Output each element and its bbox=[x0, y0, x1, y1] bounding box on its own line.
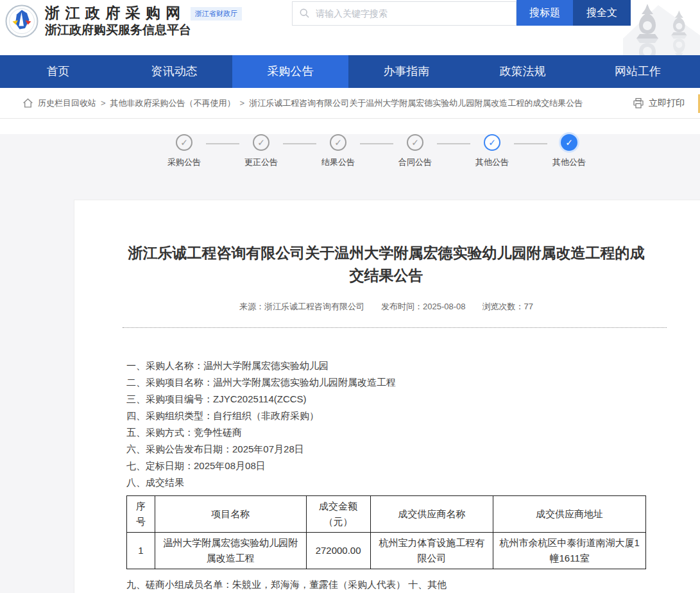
col-header-address: 成交供应商地址 bbox=[493, 496, 646, 533]
meta-view-count: 浏览次数：77 bbox=[482, 302, 533, 311]
item-notice-date: 六、采购公告发布日期：2025年07月28日 bbox=[126, 441, 700, 458]
step-connector bbox=[283, 143, 316, 144]
pagoda-decoration bbox=[623, 0, 700, 55]
site-logo[interactable]: 浙 江 政 府 采 购 网 浙江政府购买服务信息平台 bbox=[5, 4, 191, 39]
step-check-icon: ✓ bbox=[253, 134, 269, 151]
table-row: 1 温州大学附属宏德实验幼儿园附属改造工程 272000.00 杭州宝力体育设施… bbox=[127, 533, 646, 569]
article-meta: 来源：浙江乐诚工程咨询有限公司发布时间：2025-08-08浏览次数：77 bbox=[126, 301, 646, 313]
breadcrumb-item-recycle[interactable]: 历史栏目回收站 bbox=[38, 98, 96, 109]
step-other-notice-current[interactable]: ✓ 其他公告 bbox=[547, 134, 591, 168]
site-subtitle: 浙江政府购买服务信息平台 bbox=[45, 22, 191, 39]
nav-item-service-guide[interactable]: 办事指南 bbox=[348, 55, 465, 88]
finance-dept-badge: 浙江省财政厅 bbox=[191, 7, 242, 21]
step-connector bbox=[514, 143, 547, 144]
cell-project: 温州大学附属宏德实验幼儿园附属改造工程 bbox=[155, 533, 306, 569]
announcement-items: 一、采购人名称：温州大学附属宏德实验幼儿园 二、采购项目名称：温州大学附属宏德实… bbox=[126, 357, 700, 491]
breadcrumb-separator: > bbox=[240, 98, 245, 108]
notice-step-indicator: ✓ 采购公告 ✓ 更正公告 ✓ 结果公告 ✓ 合同公告 ✓ 其他公告 ✓ 其他公… bbox=[162, 134, 700, 168]
nav-item-news[interactable]: 资讯动态 bbox=[116, 55, 232, 88]
step-connector bbox=[437, 143, 470, 144]
col-header-supplier: 成交供应商名称 bbox=[370, 496, 493, 533]
item-panel-members: 九、磋商小组成员名单：朱競业，郑海海，董露佳（采购人代表） bbox=[126, 579, 405, 590]
breadcrumb: 历史栏目回收站 > 其他非政府采购公告（不再使用） > 浙江乐诚工程咨询有限公司… bbox=[0, 88, 700, 119]
search-input[interactable] bbox=[292, 1, 516, 26]
print-button[interactable]: 立即打印 bbox=[633, 98, 685, 109]
item-award-date: 七、定标日期：2025年08月08日 bbox=[126, 458, 700, 474]
step-contract-notice[interactable]: ✓ 合同公告 bbox=[393, 134, 437, 168]
nav-item-procurement-notices[interactable]: 采购公告 bbox=[232, 55, 348, 88]
cell-amount: 272000.00 bbox=[306, 533, 370, 569]
cell-index: 1 bbox=[127, 533, 155, 569]
announcement-card: 浙江乐诚工程咨询有限公司关于温州大学附属宏德实验幼儿园附属改造工程的成交结果公告… bbox=[74, 200, 700, 593]
dotted-divider bbox=[123, 327, 667, 328]
nav-item-home[interactable]: 首页 bbox=[0, 55, 116, 88]
item-organization-type: 四、采购组织类型：自行组织（非政府采购） bbox=[126, 408, 700, 424]
step-check-icon: ✓ bbox=[561, 134, 577, 151]
breadcrumb-item-current: 浙江乐诚工程咨询有限公司关于温州大学附属宏德实验幼儿园附属改造工程的成交结果公告 bbox=[249, 98, 583, 109]
step-procurement-notice[interactable]: ✓ 采购公告 bbox=[162, 134, 206, 168]
item-purchaser: 一、采购人名称：温州大学附属宏德实验幼儿园 bbox=[126, 357, 700, 374]
item-procurement-method: 五、采购方式：竞争性磋商 bbox=[126, 424, 700, 441]
step-check-icon: ✓ bbox=[176, 134, 192, 151]
search-icon bbox=[299, 8, 310, 19]
main-area: ✓ 采购公告 ✓ 更正公告 ✓ 结果公告 ✓ 合同公告 ✓ 其他公告 ✓ 其他公… bbox=[0, 134, 700, 593]
step-check-icon: ✓ bbox=[484, 134, 500, 151]
item-other-heading: 十、其他 bbox=[408, 579, 447, 590]
award-result-table: 序号 项目名称 成交金额（元） 成交供应商名称 成交供应商地址 1 温州大学附属… bbox=[126, 495, 646, 569]
col-header-amount: 成交金额（元） bbox=[306, 496, 370, 533]
step-other-notice[interactable]: ✓ 其他公告 bbox=[470, 134, 514, 168]
site-name-block: 浙 江 政 府 采 购 网 浙江政府购买服务信息平台 bbox=[45, 4, 191, 39]
breadcrumb-separator: > bbox=[101, 98, 106, 108]
printer-icon bbox=[633, 98, 644, 109]
col-header-index: 序号 bbox=[127, 496, 155, 533]
step-result-notice[interactable]: ✓ 结果公告 bbox=[316, 134, 360, 168]
print-label: 立即打印 bbox=[649, 98, 685, 109]
meta-publish-time: 发布时间：2025-08-08 bbox=[381, 302, 466, 311]
item-project-name: 二、采购项目名称：温州大学附属宏德实验幼儿园附属改造工程 bbox=[126, 374, 700, 391]
page-title: 浙江乐诚工程咨询有限公司关于温州大学附属宏德实验幼儿园附属改造工程的成交结果公告 bbox=[126, 242, 646, 287]
nav-item-policies[interactable]: 政策法规 bbox=[465, 55, 581, 88]
search-bar: 搜标题 搜全文 bbox=[292, 0, 631, 26]
search-fulltext-button[interactable]: 搜全文 bbox=[573, 0, 631, 26]
step-check-icon: ✓ bbox=[407, 134, 423, 151]
cell-address: 杭州市余杭区中泰街道南湖大厦1幢1611室 bbox=[493, 533, 646, 569]
step-connector bbox=[360, 143, 393, 144]
emblem-icon bbox=[5, 4, 38, 38]
main-nav: 首页 资讯动态 采购公告 办事指南 政策法规 网站工作 bbox=[0, 55, 700, 88]
site-header: 浙 江 政 府 采 购 网 浙江政府购买服务信息平台 浙江省财政厅 搜标题 搜全… bbox=[0, 0, 700, 55]
item-project-number: 三、采购项目编号：ZJYC2025114(ZCCS) bbox=[126, 391, 700, 408]
breadcrumb-item-category[interactable]: 其他非政府采购公告（不再使用） bbox=[110, 98, 235, 109]
search-title-button[interactable]: 搜标题 bbox=[516, 0, 573, 26]
nav-item-site-work[interactable]: 网站工作 bbox=[581, 55, 700, 88]
cell-supplier: 杭州宝力体育设施工程有限公司 bbox=[370, 533, 493, 569]
step-connector bbox=[206, 143, 239, 144]
step-correction-notice[interactable]: ✓ 更正公告 bbox=[239, 134, 283, 168]
table-header-row: 序号 项目名称 成交金额（元） 成交供应商名称 成交供应商地址 bbox=[127, 496, 646, 533]
col-header-project: 项目名称 bbox=[155, 496, 306, 533]
meta-source: 来源：浙江乐诚工程咨询有限公司 bbox=[239, 302, 364, 311]
step-check-icon: ✓ bbox=[330, 134, 346, 151]
announcement-items-after: 九、磋商小组成员名单：朱競业，郑海海，董露佳（采购人代表） 十、其他 bbox=[126, 576, 700, 593]
item-result-heading: 八、成交结果 bbox=[126, 474, 700, 491]
site-title: 浙 江 政 府 采 购 网 bbox=[45, 4, 191, 22]
home-icon bbox=[22, 98, 33, 108]
